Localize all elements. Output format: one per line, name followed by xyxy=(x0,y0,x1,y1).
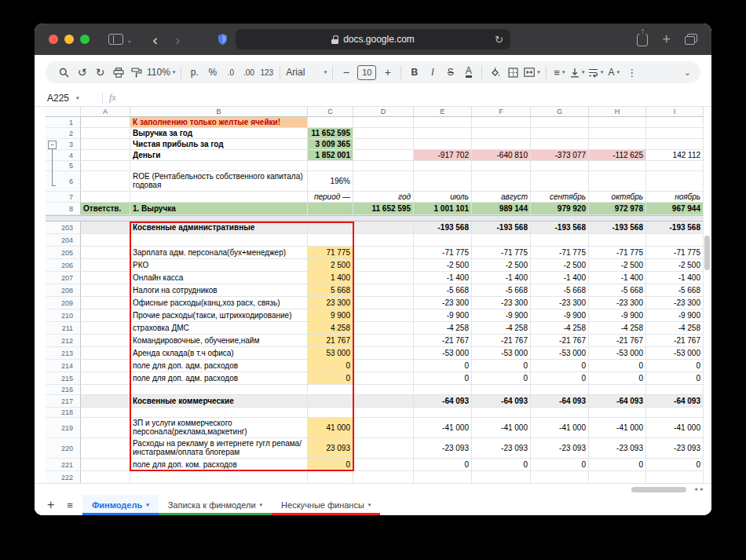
cell-A203[interactable] xyxy=(81,221,130,234)
cell-A209[interactable] xyxy=(81,297,130,309)
cell-C215[interactable]: 0 xyxy=(308,372,353,385)
cell-B208[interactable]: Налоги на сотрудников xyxy=(130,284,308,297)
row-header-208[interactable]: 208 xyxy=(46,284,81,297)
more-button[interactable]: ⋮ xyxy=(624,64,639,81)
cell-E204[interactable] xyxy=(414,234,472,247)
cell-G2[interactable] xyxy=(531,128,589,139)
row-header-209[interactable]: 209 xyxy=(46,297,81,309)
cell-D4[interactable] xyxy=(353,150,414,161)
cell-D214[interactable] xyxy=(353,360,414,372)
cell-C217[interactable] xyxy=(308,395,353,408)
cell-B5[interactable] xyxy=(130,161,308,171)
cell-I219[interactable]: -41 000 xyxy=(646,418,704,438)
cell-D218[interactable] xyxy=(353,408,414,418)
cell-H208[interactable]: -5 668 xyxy=(589,284,646,297)
row-header-204[interactable]: 204 xyxy=(46,234,81,247)
cell-D3[interactable] xyxy=(353,139,414,150)
row-header-219[interactable]: 219 xyxy=(46,418,81,438)
cell-E206[interactable]: -2 500 xyxy=(414,259,472,272)
cell-D219[interactable] xyxy=(353,418,414,438)
cell-B209[interactable]: Офисные расходы(канц,хоз расх, связь) xyxy=(130,297,308,309)
cell-E207[interactable]: -1 400 xyxy=(414,272,472,284)
scroll-right-icon[interactable]: ▸ xyxy=(700,486,704,492)
cell-I8[interactable]: 967 944 xyxy=(646,203,704,215)
address-bar[interactable]: docs.google.com ↻ xyxy=(236,29,510,49)
cell-F222[interactable] xyxy=(472,471,531,483)
row-header-2[interactable]: 2 xyxy=(46,128,81,139)
row-header-7[interactable]: 7 xyxy=(46,192,81,203)
cell-G206[interactable]: -2 500 xyxy=(531,259,589,272)
cell-G212[interactable]: -21 767 xyxy=(531,335,589,347)
number-format-button[interactable]: 123 xyxy=(259,64,274,81)
cell-E6[interactable] xyxy=(414,171,472,192)
cell-B211[interactable]: страховка ДМС xyxy=(130,322,308,335)
cell-B8[interactable]: 1. Выручка xyxy=(130,203,308,215)
cell-H209[interactable]: -23 300 xyxy=(589,297,646,309)
cell-D205[interactable] xyxy=(353,247,414,259)
cell-B213[interactable]: Аренда склада(в т.ч офиса) xyxy=(130,347,308,360)
paint-format-button[interactable] xyxy=(129,64,144,81)
cell-I222[interactable] xyxy=(646,471,704,483)
cell-H221[interactable]: 0 xyxy=(589,459,646,471)
cell-E3[interactable] xyxy=(414,139,472,150)
cell-F4[interactable]: -640 810 xyxy=(472,150,531,161)
cell-C211[interactable]: 4 258 xyxy=(308,322,353,335)
cell-C207[interactable]: 1 400 xyxy=(308,272,353,284)
cell-D220[interactable] xyxy=(353,438,414,459)
cell-A221[interactable] xyxy=(81,459,130,471)
minimize-button[interactable] xyxy=(64,35,74,44)
borders-button[interactable] xyxy=(506,64,521,81)
cell-F215[interactable]: 0 xyxy=(472,372,531,385)
cell-B7[interactable] xyxy=(130,192,308,203)
cell-H212[interactable]: -21 767 xyxy=(589,335,646,347)
cell-G7[interactable]: сентябрь xyxy=(531,192,589,203)
text-rotation-button[interactable]: A▾ xyxy=(606,64,621,81)
sheet-tab-zapiska[interactable]: Записка к финмодели ▾ xyxy=(159,495,272,515)
cell-D215[interactable] xyxy=(353,372,414,385)
tab-overview-icon[interactable] xyxy=(685,34,697,45)
cell-F5[interactable] xyxy=(472,161,531,171)
cell-E7[interactable]: июль xyxy=(414,192,472,203)
cell-I7[interactable]: ноябрь xyxy=(646,192,704,203)
decrease-font-size-button[interactable]: − xyxy=(338,64,353,81)
cell-B214[interactable]: поле для доп. адм. расходов xyxy=(130,360,308,372)
row-header-4[interactable]: 4 xyxy=(46,150,81,161)
undo-button[interactable]: ↺ xyxy=(75,64,90,81)
cell-A215[interactable] xyxy=(81,372,130,385)
cell-E210[interactable]: -9 900 xyxy=(414,309,472,322)
horizontal-scrollbar[interactable] xyxy=(631,487,686,492)
cell-I212[interactable]: -21 767 xyxy=(646,335,704,347)
row-header-5[interactable]: 5 xyxy=(46,161,81,171)
cell-G219[interactable]: -41 000 xyxy=(531,418,589,438)
sidebar-icon[interactable] xyxy=(108,34,123,45)
all-sheets-button[interactable]: ≡ xyxy=(67,500,73,511)
row-header-206[interactable]: 206 xyxy=(46,259,81,272)
cell-A222[interactable] xyxy=(81,471,130,483)
cell-I1[interactable] xyxy=(646,117,704,128)
cell-A208[interactable] xyxy=(81,284,130,297)
cell-E205[interactable]: -71 775 xyxy=(414,247,472,259)
cell-D2[interactable] xyxy=(353,128,414,139)
cell-I216[interactable] xyxy=(646,385,704,395)
cell-C212[interactable]: 21 767 xyxy=(308,335,353,347)
row-header-8[interactable]: 8 xyxy=(46,203,81,215)
cell-D203[interactable] xyxy=(353,221,414,234)
cell-D211[interactable] xyxy=(353,322,414,335)
cell-B217[interactable]: Косвенные коммерческие xyxy=(130,395,308,408)
cell-F207[interactable]: -1 400 xyxy=(472,272,531,284)
cell-H1[interactable] xyxy=(589,117,646,128)
column-header-C[interactable]: C xyxy=(308,107,353,117)
cell-B205[interactable]: Зарплата адм. персонала(бух+менеджер) xyxy=(130,247,308,259)
cell-G4[interactable]: -373 077 xyxy=(531,150,589,161)
column-header-I[interactable]: I xyxy=(646,107,704,117)
cell-B206[interactable]: РКО xyxy=(130,259,308,272)
cell-H218[interactable] xyxy=(589,408,646,418)
cell-A2[interactable] xyxy=(81,128,130,139)
text-wrap-button[interactable]: ▾ xyxy=(588,64,604,81)
cell-B203[interactable]: Косвенные административные xyxy=(130,221,308,234)
cell-A8[interactable]: Ответств. xyxy=(81,203,130,215)
cell-F1[interactable] xyxy=(472,117,531,128)
cell-H222[interactable] xyxy=(589,471,646,483)
cell-F2[interactable] xyxy=(472,128,531,139)
cell-E203[interactable]: -193 568 xyxy=(414,221,472,234)
